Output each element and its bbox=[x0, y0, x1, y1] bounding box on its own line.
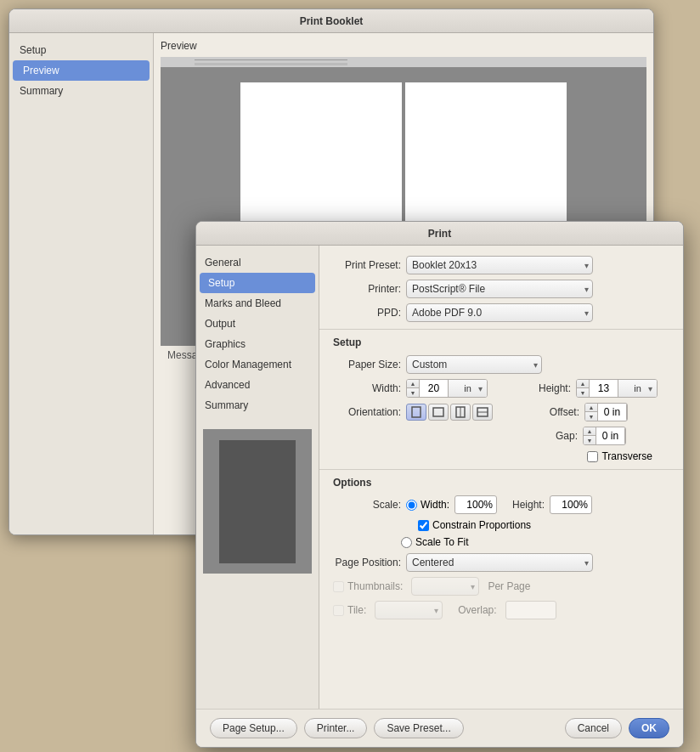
printer-button[interactable]: Printer... bbox=[304, 718, 368, 738]
orientation-buttons bbox=[406, 404, 493, 421]
offset-increment-btn[interactable]: ▲ bbox=[585, 403, 597, 412]
width-increment-btn[interactable]: ▲ bbox=[407, 379, 419, 388]
scale-width-input[interactable] bbox=[454, 495, 497, 514]
offset-decrement-btn[interactable]: ▼ bbox=[585, 412, 597, 421]
height-stepper[interactable]: ▲ ▼ 13 in bbox=[576, 379, 658, 398]
scale-width-radio-label[interactable]: Width: bbox=[406, 499, 449, 511]
gap-stepper-btns[interactable]: ▲ ▼ bbox=[584, 427, 596, 445]
ppd-select[interactable]: Adobe PDF 9.0 bbox=[406, 303, 593, 322]
page-position-row: Page Position: Centered bbox=[333, 553, 669, 572]
booklet-title: Print Booklet bbox=[300, 15, 364, 27]
constrain-checkbox[interactable] bbox=[418, 520, 429, 531]
presets-section: Print Preset: Booklet 20x13 Printer: Pos… bbox=[319, 246, 683, 330]
overlap-label: Overlap: bbox=[458, 604, 496, 616]
height-decrement-btn[interactable]: ▼ bbox=[577, 388, 589, 398]
scale-to-fit-label: Scale To Fit bbox=[415, 536, 468, 548]
height-value: 13 bbox=[589, 380, 618, 397]
orient-landscape-btn[interactable] bbox=[428, 404, 449, 421]
dimensions-row: Width: ▲ ▼ 20 in bbox=[333, 379, 669, 398]
tile-select[interactable] bbox=[375, 601, 443, 619]
offset-stepper-btns[interactable]: ▲ ▼ bbox=[585, 403, 597, 421]
scale-height-input[interactable] bbox=[550, 495, 592, 514]
booklet-sidebar: Setup Preview Summary bbox=[9, 33, 154, 534]
orient-landscape-flip-btn[interactable] bbox=[472, 404, 493, 421]
options-section: Options Scale: Width: Height: bbox=[319, 469, 683, 631]
print-dialog: Print General Setup Marks and Bleed Outp… bbox=[195, 221, 684, 748]
nav-item-color-management[interactable]: Color Management bbox=[196, 354, 319, 375]
gap-stepper[interactable]: ▲ ▼ 0 in bbox=[583, 427, 626, 445]
constrain-label: Constrain Proportions bbox=[432, 519, 531, 531]
width-label: Width: bbox=[333, 382, 401, 394]
page-position-label: Page Position: bbox=[333, 557, 401, 568]
width-stepper-buttons[interactable]: ▲ ▼ bbox=[407, 379, 419, 398]
thumbnails-select[interactable] bbox=[411, 577, 479, 596]
offset-stepper[interactable]: ▲ ▼ 0 in bbox=[584, 403, 628, 421]
width-unit-wrapper: in bbox=[449, 379, 487, 398]
scale-width-radio[interactable] bbox=[406, 500, 417, 511]
print-navigation: General Setup Marks and Bleed Output Gra… bbox=[196, 246, 319, 709]
scale-to-fit-radio-label[interactable]: Scale To Fit bbox=[401, 536, 468, 548]
ppd-select-wrapper: Adobe PDF 9.0 bbox=[406, 303, 593, 322]
message-area: Messa bbox=[167, 349, 197, 361]
setup-section: Setup Paper Size: Custom Width: bbox=[319, 330, 683, 469]
height-increment-btn[interactable]: ▲ bbox=[577, 379, 589, 388]
gap-decrement-btn[interactable]: ▼ bbox=[584, 436, 596, 445]
thumbnails-checkbox-label[interactable]: Thumbnails: bbox=[333, 580, 403, 592]
nav-item-summary[interactable]: Summary bbox=[196, 395, 319, 416]
gap-increment-btn[interactable]: ▲ bbox=[584, 427, 596, 436]
save-preset-button[interactable]: Save Preset... bbox=[374, 718, 463, 738]
nav-item-graphics[interactable]: Graphics bbox=[196, 334, 319, 354]
nav-item-advanced[interactable]: Advanced bbox=[196, 375, 319, 395]
offset-value: 0 in bbox=[597, 404, 627, 421]
paper-size-select-wrapper: Custom bbox=[406, 355, 542, 374]
printer-select[interactable]: PostScript® File bbox=[406, 280, 593, 298]
sidebar-item-summary[interactable]: Summary bbox=[9, 81, 153, 101]
height-stepper-buttons[interactable]: ▲ ▼ bbox=[577, 379, 589, 398]
constrain-checkbox-label[interactable]: Constrain Proportions bbox=[418, 519, 531, 531]
tile-label: Tile: bbox=[347, 604, 366, 616]
per-page-label: Per Page bbox=[488, 580, 530, 592]
nav-preview bbox=[203, 429, 312, 574]
transverse-row: Transverse bbox=[333, 450, 669, 462]
orient-portrait-btn[interactable] bbox=[406, 404, 426, 421]
page-setup-button[interactable]: Page Setup... bbox=[210, 718, 297, 738]
width-stepper[interactable]: ▲ ▼ 20 in bbox=[406, 379, 488, 398]
thumbnails-select-wrapper bbox=[411, 577, 479, 596]
preview-label: Preview bbox=[161, 40, 646, 52]
ok-button[interactable]: OK bbox=[629, 718, 669, 738]
cancel-button[interactable]: Cancel bbox=[565, 718, 622, 738]
sidebar-item-preview[interactable]: Preview bbox=[13, 60, 150, 81]
tile-checkbox[interactable] bbox=[333, 605, 344, 616]
tile-checkbox-label[interactable]: Tile: bbox=[333, 604, 366, 616]
overlap-input[interactable] bbox=[505, 601, 556, 619]
orient-portrait-flip-btn[interactable] bbox=[450, 404, 471, 421]
setup-title: Setup bbox=[333, 336, 669, 348]
scale-to-fit-radio[interactable] bbox=[401, 537, 412, 548]
print-preset-select-wrapper: Booklet 20x13 bbox=[406, 256, 593, 274]
nav-item-setup[interactable]: Setup bbox=[200, 273, 315, 293]
constrain-row: Constrain Proportions bbox=[333, 519, 669, 531]
print-main-content: Print Preset: Booklet 20x13 Printer: Pos… bbox=[319, 246, 683, 709]
svg-rect-1 bbox=[433, 408, 443, 416]
width-decrement-btn[interactable]: ▼ bbox=[407, 388, 419, 398]
thumbnails-checkbox[interactable] bbox=[333, 581, 344, 592]
width-unit-select[interactable]: in bbox=[449, 379, 487, 398]
page-position-select[interactable]: Centered bbox=[406, 553, 593, 572]
nav-item-output[interactable]: Output bbox=[196, 314, 319, 334]
transverse-checkbox-label[interactable]: Transverse bbox=[587, 450, 652, 462]
print-preset-select[interactable]: Booklet 20x13 bbox=[406, 256, 593, 274]
nav-item-general[interactable]: General bbox=[196, 252, 319, 273]
gap-label: Gap: bbox=[510, 430, 578, 442]
tile-select-wrapper bbox=[375, 601, 443, 619]
paper-size-select[interactable]: Custom bbox=[406, 355, 542, 374]
offset-label: Offset: bbox=[511, 406, 579, 418]
paper-size-label: Paper Size: bbox=[333, 359, 401, 370]
page-position-select-wrapper: Centered bbox=[406, 553, 593, 572]
scale-height-label: Height: bbox=[502, 499, 545, 511]
transverse-checkbox[interactable] bbox=[587, 451, 598, 462]
height-unit-select[interactable]: in bbox=[618, 379, 657, 398]
printer-label: Printer: bbox=[333, 283, 401, 295]
nav-preview-page bbox=[219, 440, 296, 563]
sidebar-item-setup[interactable]: Setup bbox=[9, 40, 153, 60]
nav-item-marks[interactable]: Marks and Bleed bbox=[196, 293, 319, 314]
